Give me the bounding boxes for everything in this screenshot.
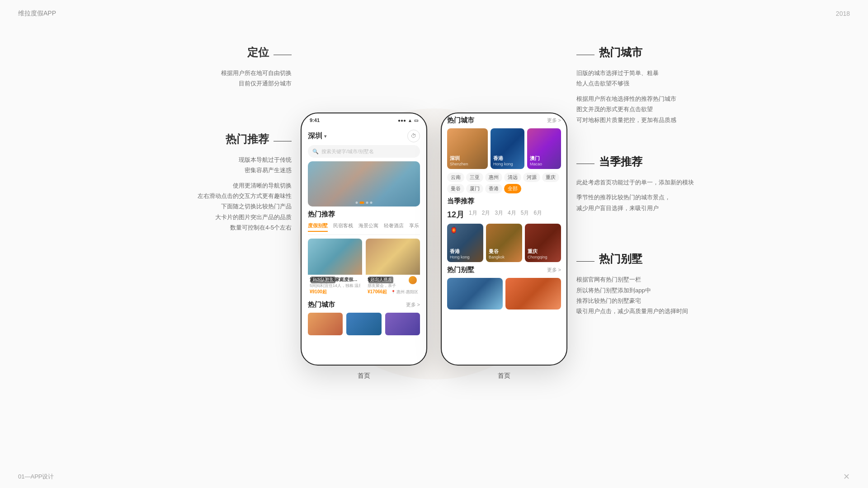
- hot-cities-more[interactable]: 更多 >: [406, 301, 420, 308]
- tab-hostel[interactable]: 民宿客栈: [333, 222, 353, 232]
- city-zh-hk: 香港: [493, 155, 513, 162]
- month-6[interactable]: 6月: [533, 209, 542, 220]
- header-title: 维拉度假APP: [18, 9, 56, 18]
- city-thumb-2[interactable]: [346, 313, 381, 335]
- status-time: 9:41: [310, 117, 320, 123]
- hr-line-7: 数量可控制在4-5个左右: [138, 222, 292, 233]
- right-title-row-1: 热门城市: [576, 45, 730, 64]
- search-round-button[interactable]: ⏱: [407, 130, 420, 142]
- hr-line-2: 密集容易产生迷惑: [138, 165, 292, 175]
- city-thumb-1[interactable]: [308, 313, 343, 335]
- month-12[interactable]: 12月: [447, 209, 464, 220]
- season-label-bangkok: 曼谷 Bangkok: [489, 248, 505, 259]
- tag-xiamen[interactable]: 厦门: [466, 184, 483, 193]
- month-5[interactable]: 5月: [521, 209, 529, 220]
- location-name[interactable]: 深圳 ▾: [308, 131, 326, 141]
- villa-card-1[interactable]: [447, 278, 503, 310]
- right-line-1: [576, 55, 594, 55]
- ra-hc-4: 图文并茂的形式更有点击欲望: [576, 104, 730, 114]
- search-icon: 🔍: [312, 149, 319, 155]
- chevron-down-icon: ▾: [324, 134, 326, 139]
- season-zh-bangkok: 曼谷: [489, 248, 505, 255]
- season-cards: 🏮 香港 Hong kong 曼谷 Bangkok: [447, 224, 561, 262]
- city-label-shenzhen: 深圳 Shenzhen: [450, 155, 468, 166]
- right-title-season: 当季推荐: [599, 155, 642, 169]
- ra-sr-1: 此处考虑首页功能过于的单一，添加新的模块: [576, 177, 730, 188]
- month-4[interactable]: 4月: [508, 209, 516, 220]
- ra-v-2: 所以将热门别墅添加到app中: [576, 285, 730, 296]
- month-2[interactable]: 2月: [482, 209, 491, 220]
- card-image-1: [308, 239, 362, 275]
- season-en-hk: Hong kong: [450, 255, 470, 259]
- tag-chongqing[interactable]: 重庆: [542, 173, 559, 182]
- card-price-1: ¥9100起: [310, 289, 360, 295]
- season-card-hk[interactable]: 🏮 香港 Hong kong: [447, 224, 483, 262]
- season-recommend-section: 当季推荐 12月 1月 2月 3月 4月 5月 6月: [447, 197, 561, 262]
- category-tabs[interactable]: 度假别墅 民宿客栈 海景公寓 轻奢酒店 享乐: [308, 222, 420, 235]
- tag-sanya[interactable]: 三亚: [466, 173, 483, 182]
- tab-villa[interactable]: 度假别墅: [308, 222, 328, 232]
- season-card-chongqing[interactable]: 重庆 Chongqing: [525, 224, 561, 262]
- tag-qingyuan[interactable]: 清远: [504, 173, 521, 182]
- villa-more[interactable]: 更多 >: [547, 267, 561, 273]
- city-label-hk: 香港 Hong kong: [493, 155, 513, 166]
- hr-spacer: [138, 176, 292, 180]
- tag-heyuan[interactable]: 河源: [523, 173, 540, 182]
- season-card-bangkok[interactable]: 曼谷 Bangkok: [486, 224, 522, 262]
- city-thumb-3[interactable]: [385, 313, 420, 335]
- city-card-macao[interactable]: 澳门 Macao: [527, 128, 561, 169]
- hr-line-1: 现版本导航过于传统: [138, 155, 292, 165]
- status-bar-1: 9:41 ●●● ▲ ▭: [302, 113, 426, 127]
- hr-line-6: 大卡片的图片突出产品的品质: [138, 212, 292, 222]
- location-text: 深圳: [308, 131, 322, 141]
- search-icon-small: ⏱: [411, 133, 416, 139]
- ra-v-4: 吸引用户点击，减少高质量用户的选择时间: [576, 306, 730, 316]
- hero-image-visual: [308, 161, 420, 206]
- tab-enjoy[interactable]: 享乐: [409, 222, 419, 232]
- city-card-shenzhen[interactable]: 深圳 Shenzhen: [447, 128, 488, 169]
- month-1[interactable]: 1月: [469, 209, 477, 220]
- tag-bangkok[interactable]: 曼谷: [447, 184, 464, 193]
- hr-line-4: 左右滑动点击的交互方式更有趣味性: [138, 191, 292, 201]
- annotation-line-2: 目前仅开通部分城市: [138, 78, 292, 89]
- phone2-hot-cities-more[interactable]: 更多 >: [547, 117, 561, 124]
- card-badge-2: 1510人想去: [368, 277, 393, 283]
- tag-yunnan[interactable]: 云南: [447, 173, 464, 182]
- ra-sr-3: 减少用户盲目选择，来吸引用户: [576, 203, 730, 213]
- right-line-3: [576, 261, 594, 262]
- annotation-hot-recommend-lines: 现版本导航过于传统 密集容易产生迷惑 使用更清晰的导航切换 左右滑动点击的交互方…: [138, 155, 292, 233]
- city-zh-shenzhen: 深圳: [450, 155, 468, 162]
- annotation-line-1: 根据用户所在地可自由切换: [138, 68, 292, 78]
- search-bar[interactable]: 🔍 搜索关键字/城市/别墅名: [308, 145, 420, 158]
- annotation-positioning-lines: 根据用户所在地可自由切换 目前仅开通部分城市: [138, 68, 292, 89]
- location-bar[interactable]: 深圳 ▾ ⏱: [308, 127, 420, 145]
- hot-cities-title-small: 热门城市: [308, 300, 335, 309]
- tab-sea-apt[interactable]: 海景公寓: [359, 222, 378, 232]
- tag-all[interactable]: 全部: [504, 184, 521, 193]
- city-en-macao: Macao: [530, 162, 542, 166]
- annotation-line-decoration-2: [274, 141, 292, 141]
- hr-line-3: 使用更清晰的导航切换: [138, 180, 292, 191]
- villa-card-2[interactable]: [505, 278, 561, 310]
- annotation-hot-recommend: 热门推荐 现版本导航过于传统 密集容易产生迷惑 使用更清晰的导航切换 左右滑动点…: [138, 132, 292, 233]
- annotation-line-decoration: [274, 55, 292, 55]
- tag-hongkong[interactable]: 香港: [485, 184, 502, 193]
- phone2-hot-cities-title: 热门城市: [447, 116, 474, 125]
- tab-hotel[interactable]: 轻奢酒店: [384, 222, 404, 232]
- card-badge-1: 1620人想去: [311, 277, 335, 283]
- dot-3: [366, 202, 368, 204]
- card-avatar: [408, 276, 417, 285]
- product-card-1[interactable]: 1620人想去 波西8号温泉家庭度假养生别墅 5间|6床|宜住14人，独栋 温泉…: [308, 239, 362, 296]
- signal-icon: ●●●: [398, 118, 406, 123]
- city-zh-macao: 澳门: [530, 155, 542, 162]
- month-3[interactable]: 3月: [495, 209, 503, 220]
- product-card-2[interactable]: 1510人想去 较场尾朗月 朋友聚会，亲子 ¥17066起 📍 惠州·惠阳区: [366, 239, 420, 296]
- month-tabs: 12月 1月 2月 3月 4月 5月 6月: [447, 209, 561, 220]
- city-card-hk[interactable]: 香港 Hong kong: [491, 128, 524, 169]
- season-zh-chongqing: 重庆: [528, 248, 547, 255]
- close-button[interactable]: ✕: [843, 472, 850, 482]
- ra-hc-spacer: [576, 89, 730, 94]
- hero-banner[interactable]: [308, 161, 420, 206]
- tag-huizhou[interactable]: 惠州: [485, 173, 502, 182]
- season-zh-hk: 香港: [450, 248, 470, 255]
